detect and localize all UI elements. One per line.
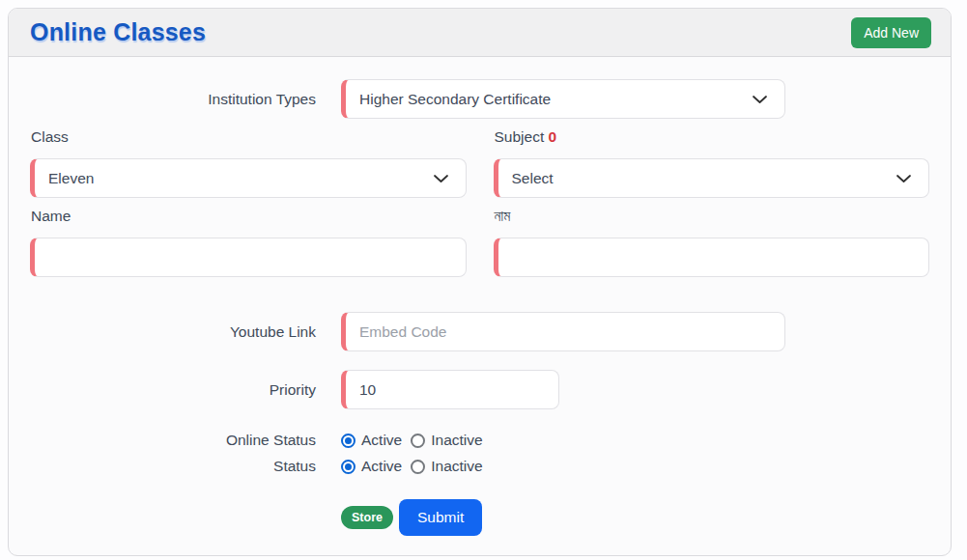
- status-inactive-label: Inactive: [431, 458, 482, 475]
- subject-field-group: Subject 0 Select: [494, 128, 930, 198]
- name-bn-label: নাম: [495, 208, 930, 225]
- class-label: Class: [31, 128, 467, 146]
- name-row: Name নাম: [30, 198, 929, 277]
- priority-label: Priority: [30, 381, 316, 399]
- priority-row: Priority: [30, 370, 929, 409]
- online-status-label: Online Status: [30, 432, 316, 449]
- status-radio-group: Active Inactive: [341, 458, 492, 475]
- online-status-row: Online Status Active Inactive: [30, 432, 929, 449]
- online-status-active-option[interactable]: Active: [341, 432, 411, 449]
- name-field-group: Name: [30, 208, 467, 277]
- radio-checked-icon[interactable]: [341, 434, 356, 448]
- page-title: Online Classes: [30, 18, 206, 46]
- subject-selected-value: Select: [512, 170, 554, 187]
- card-header: Online Classes Add New: [9, 9, 951, 57]
- youtube-link-row: Youtube Link: [30, 312, 929, 351]
- institution-types-label: Institution Types: [30, 91, 316, 108]
- subject-select[interactable]: Select: [494, 158, 930, 198]
- youtube-link-label: Youtube Link: [30, 323, 316, 341]
- chevron-down-icon: [752, 95, 771, 104]
- youtube-link-input[interactable]: [341, 312, 785, 351]
- online-status-inactive-option[interactable]: Inactive: [411, 432, 491, 449]
- status-label: Status: [30, 458, 316, 475]
- subject-count-badge: 0: [549, 128, 557, 145]
- status-row: Status Active Inactive: [30, 458, 929, 475]
- class-selected-value: Eleven: [48, 170, 94, 187]
- status-active-label: Active: [361, 458, 402, 475]
- card-body: Institution Types Higher Secondary Certi…: [9, 79, 951, 555]
- submit-button[interactable]: Submit: [399, 499, 482, 536]
- online-status-radio-group: Active Inactive: [341, 432, 492, 449]
- store-badge: Store: [341, 506, 393, 529]
- actions-row: Store Submit: [30, 499, 929, 536]
- online-status-inactive-label: Inactive: [431, 432, 482, 449]
- name-bn-field-group: নাম: [494, 208, 930, 277]
- subject-label: Subject 0: [495, 128, 930, 146]
- online-classes-card: Online Classes Add New Institution Types…: [8, 8, 952, 556]
- name-input[interactable]: [30, 238, 467, 277]
- name-bn-input[interactable]: [494, 238, 930, 277]
- radio-checked-icon[interactable]: [341, 460, 356, 474]
- subject-label-text: Subject: [495, 128, 545, 145]
- online-status-active-label: Active: [361, 432, 402, 449]
- institution-types-row: Institution Types Higher Secondary Certi…: [30, 79, 929, 119]
- class-subject-row: Class Eleven Subject 0 Select: [30, 119, 929, 198]
- institution-types-selected-value: Higher Secondary Certificate: [359, 91, 551, 108]
- class-select[interactable]: Eleven: [30, 158, 467, 198]
- class-field-group: Class Eleven: [30, 128, 467, 198]
- chevron-down-icon: [896, 174, 915, 183]
- chevron-down-icon: [433, 174, 452, 183]
- radio-unchecked-icon[interactable]: [411, 434, 425, 448]
- status-active-option[interactable]: Active: [341, 458, 411, 475]
- radio-unchecked-icon[interactable]: [411, 460, 425, 474]
- institution-types-select[interactable]: Higher Secondary Certificate: [341, 79, 785, 119]
- status-inactive-option[interactable]: Inactive: [411, 458, 491, 475]
- add-new-button[interactable]: Add New: [851, 17, 931, 48]
- name-label: Name: [31, 208, 467, 225]
- priority-input[interactable]: [341, 370, 559, 409]
